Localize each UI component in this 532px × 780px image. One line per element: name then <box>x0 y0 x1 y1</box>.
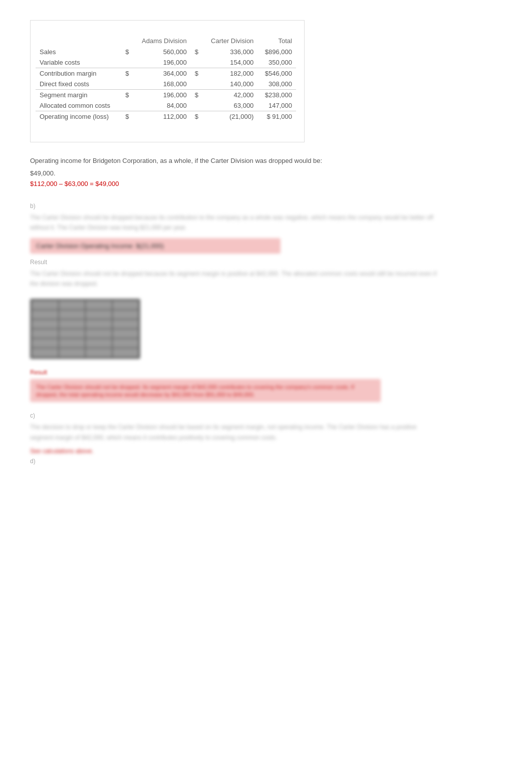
table-row: Sales$560,000$336,000$896,000 <box>36 47 296 57</box>
blurred-answer-3: See calculations above. <box>30 448 502 455</box>
blurred-label-3: c) <box>30 412 502 419</box>
blurred-highlight-1: Carter Division Operating Income: $(21,0… <box>30 238 281 254</box>
table-row: Operating income (loss)$112,000$(21,000)… <box>36 111 296 122</box>
cell-dollar-2: $ <box>191 47 202 57</box>
col-ds-carter <box>191 36 202 47</box>
cell-total: 350,000 <box>257 57 296 68</box>
cell-dollar-2 <box>191 100 202 111</box>
cell-total: 147,000 <box>257 100 296 111</box>
table-row: Contribution margin$364,000$182,000$546,… <box>36 68 296 79</box>
cell-dollar-1 <box>121 79 133 90</box>
cell-carter: 336,000 <box>202 47 257 57</box>
cell-total: $896,000 <box>257 47 296 57</box>
description-text: Operating income for Bridgeton Corporati… <box>30 156 441 166</box>
cell-label: Sales <box>36 47 121 57</box>
cell-total: 308,000 <box>257 79 296 90</box>
cell-label: Operating income (loss) <box>36 111 121 122</box>
blurred-section-2: Result The Carter Division should not be… <box>30 369 502 402</box>
cell-dollar-2: $ <box>191 111 202 122</box>
blurred-label-1: b) <box>30 203 502 210</box>
cell-adams: 196,000 <box>133 57 190 68</box>
cell-adams: 84,000 <box>133 100 190 111</box>
col-label <box>36 36 121 47</box>
col-ds-adams <box>121 36 133 47</box>
table-row: Segment margin$196,000$42,000$238,000 <box>36 90 296 101</box>
cell-carter: 140,000 <box>202 79 257 90</box>
financial-table: Adams Division Carter Division Total Sal… <box>36 36 296 122</box>
blurred-text-2a: The Carter Division should not be droppe… <box>30 269 441 289</box>
blurred-highlight-text-2: The Carter Division should not be droppe… <box>36 384 354 398</box>
cell-dollar-1: $ <box>121 68 133 79</box>
cell-adams: 112,000 <box>133 111 190 122</box>
cell-adams: 196,000 <box>133 90 190 101</box>
blurred-table-section <box>30 299 502 359</box>
cell-total: $ 91,000 <box>257 111 296 122</box>
cell-adams: 364,000 <box>133 68 190 79</box>
table-header-row: Adams Division Carter Division Total <box>36 36 296 47</box>
blurred-text-3: The decision to drop or keep the Carter … <box>30 422 441 443</box>
cell-carter: 182,000 <box>202 68 257 79</box>
col-adams: Adams Division <box>133 36 190 47</box>
cell-dollar-1 <box>121 100 133 111</box>
cell-adams: 560,000 <box>133 47 190 57</box>
blurred-highlight-2: The Carter Division should not be droppe… <box>30 379 381 402</box>
cell-dollar-2: $ <box>191 90 202 101</box>
blurred-label-4: d) <box>30 458 502 465</box>
answer-text: $49,000. <box>30 169 502 177</box>
cell-carter: 42,000 <box>202 90 257 101</box>
cell-total: $238,000 <box>257 90 296 101</box>
blurred-section-3: c) The decision to drop or keep the Cart… <box>30 412 502 465</box>
cell-adams: 168,000 <box>133 79 190 90</box>
blurred-answer-label: Result <box>30 369 502 376</box>
table-row: Direct fixed costs168,000140,000308,000 <box>36 79 296 90</box>
col-carter: Carter Division <box>202 36 257 47</box>
cell-label: Direct fixed costs <box>36 79 121 90</box>
formula-text: $112,000 – $63,000 = $49,000 <box>30 180 502 187</box>
col-total: Total <box>257 36 296 47</box>
cell-label: Variable costs <box>36 57 121 68</box>
table-row: Variable costs196,000154,000350,000 <box>36 57 296 68</box>
table-row: Allocated common costs84,00063,000147,00… <box>36 100 296 111</box>
blurred-table <box>30 299 140 359</box>
blurred-text-1: The Carter Division should be dropped be… <box>30 213 441 233</box>
cell-total: $546,000 <box>257 68 296 79</box>
cell-dollar-2 <box>191 79 202 90</box>
cell-dollar-2: $ <box>191 68 202 79</box>
cell-dollar-1: $ <box>121 90 133 101</box>
cell-carter: (21,000) <box>202 111 257 122</box>
blurred-section-1: b) The Carter Division should be dropped… <box>30 203 502 289</box>
cell-dollar-2 <box>191 57 202 68</box>
blurred-label-2: Result <box>30 259 502 266</box>
cell-dollar-1: $ <box>121 111 133 122</box>
cell-dollar-1: $ <box>121 47 133 57</box>
financial-table-wrapper: Adams Division Carter Division Total Sal… <box>30 20 305 142</box>
cell-carter: 63,000 <box>202 100 257 111</box>
cell-label: Contribution margin <box>36 68 121 79</box>
blurred-highlight-text-1: Carter Division Operating Income: $(21,0… <box>36 242 164 250</box>
cell-label: Segment margin <box>36 90 121 101</box>
cell-dollar-1 <box>121 57 133 68</box>
cell-carter: 154,000 <box>202 57 257 68</box>
cell-label: Allocated common costs <box>36 100 121 111</box>
